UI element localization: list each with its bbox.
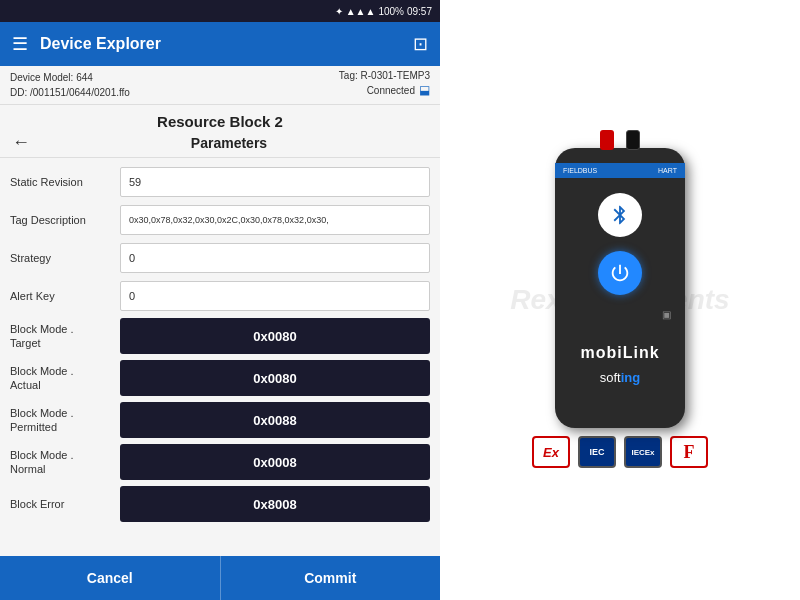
blue-strip: FIELDBUS HART	[555, 163, 685, 178]
status-bar: ✦ ▲▲▲ 100% 09:57	[0, 0, 440, 22]
app-title: Device Explorer	[40, 35, 401, 53]
input-static-revision[interactable]	[120, 167, 430, 197]
label-block-mode-actual: Block Mode .Actual	[10, 364, 120, 393]
label-block-mode-target: Block Mode .Target	[10, 322, 120, 351]
params-form: Static Revision Tag Description Strategy…	[0, 158, 440, 556]
bottom-action-bar: Cancel Commit	[0, 556, 440, 600]
page-subtitle: Parameters	[30, 135, 428, 151]
page-title: Resource Block 2	[12, 113, 428, 130]
softing-brand: softing	[580, 368, 659, 386]
device-container: FIELDBUS HART ▣	[450, 10, 790, 590]
commit-button[interactable]: Commit	[221, 556, 441, 600]
cert-iec: IEC	[578, 436, 616, 468]
cert-iecex: IECEx	[624, 436, 662, 468]
probe-black	[626, 130, 640, 150]
label-block-mode-permitted: Block Mode .Permitted	[10, 406, 120, 435]
value-block-mode-permitted[interactable]: 0x0088	[120, 402, 430, 438]
cancel-button[interactable]: Cancel	[0, 556, 221, 600]
status-icons: ✦ ▲▲▲ 100% 09:57	[335, 6, 432, 17]
param-row-block-mode-normal: Block Mode .Normal 0x0008	[10, 444, 430, 480]
mobilink-device: FIELDBUS HART ▣	[555, 148, 685, 428]
foundation-icon: F	[684, 442, 695, 463]
probes	[600, 130, 640, 150]
value-block-error[interactable]: 0x8008	[120, 486, 430, 522]
power-button[interactable]	[598, 251, 642, 295]
app-header: ☰ Device Explorer ⊡	[0, 22, 440, 66]
cert-row: Ex IEC IECEx F	[532, 428, 708, 472]
label-strategy: Strategy	[10, 251, 120, 265]
input-strategy[interactable]	[120, 243, 430, 273]
connected-status: Connected	[367, 85, 415, 96]
param-row-block-mode-target: Block Mode .Target 0x0080	[10, 318, 430, 354]
cert-ex: Ex	[532, 436, 570, 468]
device-info-left: Device Model: 644 DD: /001151/0644/0201.…	[10, 70, 130, 100]
battery-status: 100%	[378, 6, 404, 17]
param-row-static-revision: Static Revision	[10, 166, 430, 198]
battery-indicator: ▣	[662, 309, 671, 320]
device-info-right: Tag: R-0301-TEMP3 Connected ⬓	[339, 70, 430, 97]
brand-section: mobiLink softing	[580, 344, 659, 386]
fieldbus-label: FIELDBUS	[563, 167, 597, 174]
device-dd: DD: /001151/0644/0201.ffo	[10, 85, 130, 100]
hamburger-icon[interactable]: ☰	[12, 33, 28, 55]
label-alert-key: Alert Key	[10, 289, 120, 303]
label-block-mode-normal: Block Mode .Normal	[10, 448, 120, 477]
device-body: ▣ mobiLink softing	[555, 183, 685, 396]
back-row: ← Parameters	[12, 132, 428, 153]
param-row-tag-description: Tag Description	[10, 204, 430, 236]
label-static-revision: Static Revision	[10, 175, 120, 189]
input-tag-description[interactable]	[120, 205, 430, 235]
value-block-mode-normal[interactable]: 0x0008	[120, 444, 430, 480]
bluetooth-status: ✦	[335, 6, 343, 17]
input-alert-key[interactable]	[120, 281, 430, 311]
phone-panel: ✦ ▲▲▲ 100% 09:57 ☰ Device Explorer ⊡ Dev…	[0, 0, 440, 600]
time-display: 09:57	[407, 6, 432, 17]
page-title-section: Resource Block 2 ← Parameters	[0, 105, 440, 158]
param-row-alert-key: Alert Key	[10, 280, 430, 312]
label-block-error: Block Error	[10, 497, 120, 511]
back-arrow-icon[interactable]: ←	[12, 132, 30, 153]
hart-label: HART	[658, 167, 677, 174]
device-info-bar: Device Model: 644 DD: /001151/0644/0201.…	[0, 66, 440, 105]
label-tag-description: Tag Description	[10, 213, 120, 227]
bluetooth-icon: ⬓	[419, 83, 430, 97]
options-icon[interactable]: ⊡	[413, 33, 428, 55]
mobilink-brand: mobiLink	[580, 344, 659, 362]
value-block-mode-target[interactable]: 0x0080	[120, 318, 430, 354]
value-block-mode-actual[interactable]: 0x0080	[120, 360, 430, 396]
cert-foundation: F	[670, 436, 708, 468]
param-row-block-mode-actual: Block Mode .Actual 0x0080	[10, 360, 430, 396]
right-panel: Rex Instruments FIELDBUS HART	[440, 0, 800, 600]
signal-status: ▲▲▲	[346, 6, 376, 17]
param-row-block-error: Block Error 0x8008	[10, 486, 430, 522]
device-model: Device Model: 644	[10, 70, 130, 85]
main-content: Resource Block 2 ← Parameters Static Rev…	[0, 105, 440, 556]
device-tag: Tag: R-0301-TEMP3	[339, 70, 430, 81]
bluetooth-button[interactable]	[598, 193, 642, 237]
param-row-strategy: Strategy	[10, 242, 430, 274]
param-row-block-mode-permitted: Block Mode .Permitted 0x0088	[10, 402, 430, 438]
probe-red	[600, 130, 614, 150]
